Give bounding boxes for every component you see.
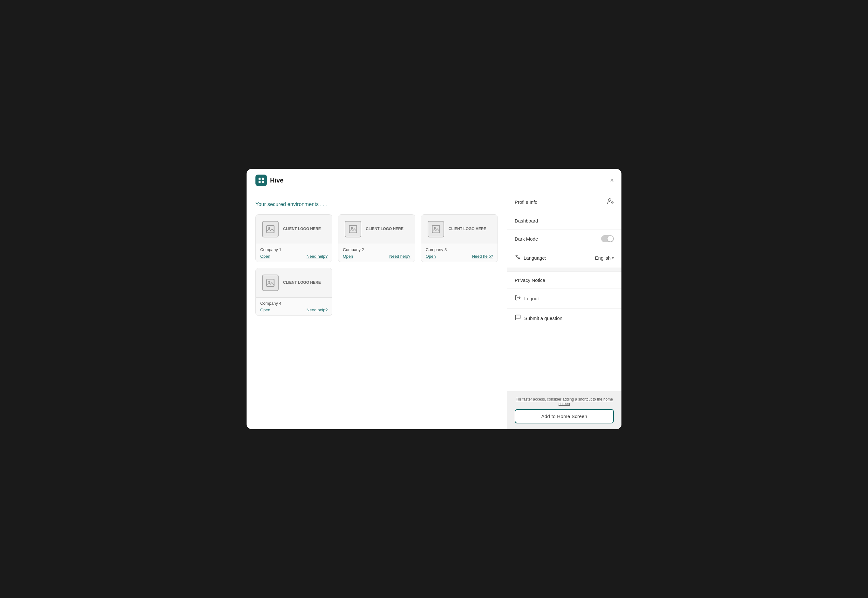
toggle-thumb [607,236,613,242]
side-panel-footer: For faster access, consider adding a sho… [507,391,621,429]
svg-rect-6 [349,225,357,233]
app-logo-icon [255,175,267,186]
card-logo-area-4: CLIENT LOGO HERE [256,268,332,298]
companies-grid: CLIENT LOGO HERE Company 1 Open Need hel… [255,214,498,316]
card-logo-area-1: CLIENT LOGO HERE [256,215,332,244]
chevron-down-icon: ▾ [612,256,614,260]
sidebar-item-profile[interactable]: Profile Info [507,192,621,212]
divider [507,268,621,272]
company-card-3: CLIENT LOGO HERE Company 3 Open Need hel… [421,214,498,262]
placeholder-image-1 [262,221,279,238]
company-name-1: Company 1 [260,247,328,252]
sidebar-item-language[interactable]: Language: English ▾ [507,248,621,268]
svg-rect-2 [259,181,261,183]
placeholder-image-4 [262,275,279,291]
company-card-1: CLIENT LOGO HERE Company 1 Open Need hel… [255,214,332,262]
footer-hint-text: For faster access, consider adding a sho… [516,397,603,402]
help-button-3[interactable]: Need help? [472,254,493,259]
card-footer-4: Company 4 Open Need help? [256,298,332,315]
modal-header: Hive × [247,169,621,192]
logout-icon [515,295,521,302]
language-value-dropdown[interactable]: English ▾ [595,255,614,260]
language-value-text: English [595,255,611,260]
open-button-1[interactable]: Open [260,254,270,259]
company-name-2: Company 2 [343,247,410,252]
card-footer-2: Company 2 Open Need help? [338,244,415,262]
help-button-2[interactable]: Need help? [389,254,411,259]
help-button-1[interactable]: Need help? [307,254,328,259]
card-logo-area-2: CLIENT LOGO HERE [338,215,415,244]
svg-point-12 [609,199,611,201]
card-footer-1: Company 1 Open Need help? [256,244,332,262]
svg-rect-8 [432,225,439,233]
card-logo-text-4: CLIENT LOGO HERE [283,280,321,286]
svg-point-9 [434,227,436,229]
submit-question-left: Submit a question [515,314,562,322]
logout-left: Logout [515,295,539,302]
logout-label: Logout [524,296,539,301]
sidebar-item-submit-question[interactable]: Submit a question [507,308,621,328]
svg-rect-0 [259,178,261,179]
add-to-home-screen-button[interactable]: Add to Home Screen [515,409,614,423]
card-footer-3: Company 3 Open Need help? [421,244,498,262]
profile-info-label: Profile Info [515,199,538,205]
card-logo-text-3: CLIENT LOGO HERE [448,227,486,232]
main-modal: Hive × Your secured environments . . . C… [247,169,621,429]
modal-body: Your secured environments . . . CLIENT L… [247,192,621,429]
chat-icon [515,314,521,322]
card-actions-2: Open Need help? [343,254,410,259]
company-card-2: CLIENT LOGO HERE Company 2 Open Need hel… [338,214,415,262]
open-button-4[interactable]: Open [260,308,270,312]
sidebar-item-dark-mode[interactable]: Dark Mode [507,229,621,248]
section-title: Your secured environments . . . [255,202,498,207]
placeholder-image-2 [345,221,361,238]
side-panel: Profile Info Dashboard [507,192,621,429]
card-actions-3: Open Need help? [426,254,493,259]
sidebar-item-privacy[interactable]: Privacy Notice [507,272,621,289]
privacy-notice-label: Privacy Notice [515,277,545,283]
card-logo-text-1: CLIENT LOGO HERE [283,227,321,232]
person-settings-icon [607,198,614,206]
sidebar-item-dashboard[interactable]: Dashboard [507,212,621,229]
svg-point-11 [268,281,270,283]
svg-rect-10 [267,279,274,286]
translate-icon [515,254,521,262]
submit-question-label: Submit a question [524,315,562,321]
close-button[interactable]: × [610,177,614,184]
language-label: Language: [523,255,546,260]
sidebar-item-logout[interactable]: Logout [507,289,621,308]
side-panel-content: Profile Info Dashboard [507,192,621,391]
dashboard-label: Dashboard [515,218,538,223]
language-left: Language: [515,254,546,262]
placeholder-image-3 [428,221,444,238]
svg-rect-3 [262,181,264,183]
card-actions-4: Open Need help? [260,308,328,312]
open-button-3[interactable]: Open [426,254,436,259]
card-logo-text-2: CLIENT LOGO HERE [366,227,403,232]
footer-hint: For faster access, consider adding a sho… [515,397,614,406]
card-logo-area-3: CLIENT LOGO HERE [421,215,498,244]
svg-point-5 [268,227,270,229]
help-button-4[interactable]: Need help? [307,308,328,312]
main-panel: Your secured environments . . . CLIENT L… [247,192,507,429]
card-actions-1: Open Need help? [260,254,328,259]
open-button-2[interactable]: Open [343,254,353,259]
dark-mode-label: Dark Mode [515,236,538,242]
company-card-4: CLIENT LOGO HERE Company 4 Open Need hel… [255,268,332,316]
dark-mode-toggle[interactable] [601,235,614,242]
svg-rect-1 [262,178,264,179]
company-name-4: Company 4 [260,301,328,306]
svg-point-7 [351,227,353,229]
company-name-3: Company 3 [426,247,493,252]
svg-rect-4 [267,225,274,233]
app-title: Hive [270,177,283,184]
